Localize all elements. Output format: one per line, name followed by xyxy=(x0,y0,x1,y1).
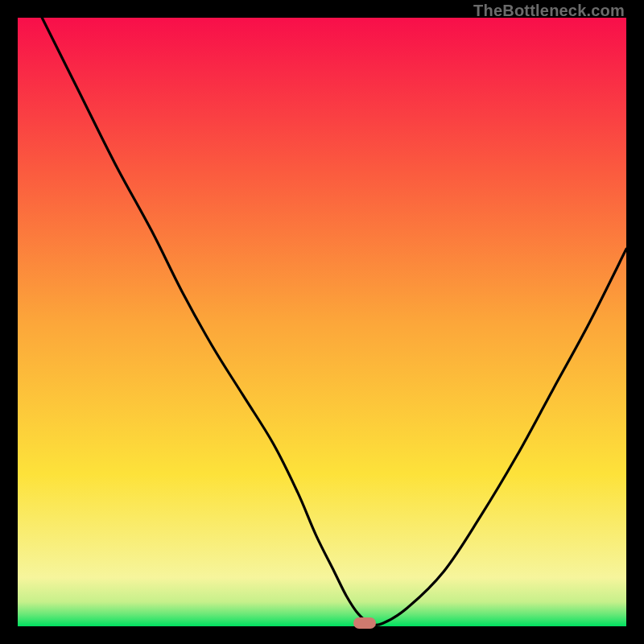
watermark-label: TheBottleneck.com xyxy=(473,2,625,20)
optimal-marker xyxy=(353,617,376,629)
bottleneck-chart xyxy=(18,18,626,626)
gradient-background xyxy=(18,18,626,626)
chart-frame xyxy=(18,18,626,626)
